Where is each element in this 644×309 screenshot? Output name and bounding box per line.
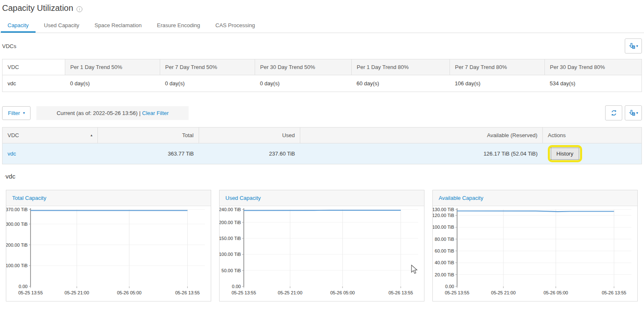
mouse-cursor xyxy=(411,265,418,275)
current-filter-text: Current (as of: 2022-05-26 13:56) xyxy=(56,110,138,116)
used-capacity-card: Used Capacity 0.0050.00 TiB100.00 TiB150… xyxy=(219,190,424,301)
filter-button-label: Filter xyxy=(8,110,20,116)
cell-trend-1d-80: 60 day(s) xyxy=(352,75,450,92)
export-menu-button[interactable]: ▾ xyxy=(625,38,642,54)
clear-filter-link[interactable]: Clear Filter xyxy=(142,110,169,116)
detail-vdc-name: vdc xyxy=(5,173,15,180)
total-capacity-chart: 0.00100.00 TiB200.00 TiB300.00 TiB370.00… xyxy=(6,206,211,301)
caret-down-icon: ▾ xyxy=(23,111,25,115)
svg-text:100.00 TiB: 100.00 TiB xyxy=(220,252,241,257)
cell-trend-30d-80: 534 day(s) xyxy=(545,75,642,92)
svg-text:120.00 TiB: 120.00 TiB xyxy=(433,213,454,218)
tab-space-reclamation[interactable]: Space Reclamation xyxy=(88,20,148,33)
tab-cas-processing[interactable]: CAS Processing xyxy=(209,20,262,33)
col-available[interactable]: Available (Reserved) xyxy=(300,128,543,143)
svg-text:80.00 TiB: 80.00 TiB xyxy=(435,237,454,242)
cell-trend-30d-50: 0 day(s) xyxy=(255,75,352,92)
refresh-icon xyxy=(610,109,618,117)
cell-available: 126.17 TiB (52.04 TiB) xyxy=(300,143,543,164)
history-button[interactable]: History xyxy=(551,148,579,160)
col-per-1-day-80: Per 1 Day Trend 80% xyxy=(352,59,450,75)
svg-text:150.00 TiB: 150.00 TiB xyxy=(220,236,241,241)
svg-text:05-26 13:55: 05-26 13:55 xyxy=(388,290,413,295)
col-per-7-day-80: Per 7 Day Trend 80% xyxy=(450,59,545,75)
cell-total: 363.77 TiB xyxy=(98,143,199,164)
page-title: Capacity Utilization xyxy=(2,3,73,13)
svg-text:130.00 TiB: 130.00 TiB xyxy=(433,207,454,212)
svg-text:200.00 TiB: 200.00 TiB xyxy=(6,243,28,248)
svg-text:370.00 TiB: 370.00 TiB xyxy=(6,207,28,212)
caret-down-icon: ▾ xyxy=(636,111,638,115)
svg-text:0.00: 0.00 xyxy=(445,284,454,289)
tab-used-capacity[interactable]: Used Capacity xyxy=(37,20,86,33)
col-actions: Actions xyxy=(543,128,642,143)
svg-text:05-25 21:00: 05-25 21:00 xyxy=(64,290,89,295)
table-row: vdc 363.77 TiB 237.60 TiB 126.17 TiB (52… xyxy=(3,143,642,164)
cell-vdc-link: vdc xyxy=(3,143,98,164)
refresh-button[interactable] xyxy=(605,105,622,120)
export-menu-button[interactable]: ▾ xyxy=(625,105,642,120)
total-capacity-card: Total Capacity 0.00100.00 TiB200.00 TiB3… xyxy=(6,190,211,301)
svg-text:05-25 13:55: 05-25 13:55 xyxy=(18,290,43,295)
col-per-7-day-50: Per 7 Day Trend 50% xyxy=(160,59,255,75)
table-row: vdc 0 day(s) 0 day(s) 0 day(s) 60 day(s)… xyxy=(3,75,642,92)
svg-text:05-26 05:00: 05-26 05:00 xyxy=(330,290,355,295)
vdcs-section-header: VDCs ▾ xyxy=(2,38,642,54)
svg-text:300.00 TiB: 300.00 TiB xyxy=(6,222,28,227)
col-vdc-sortable[interactable]: VDC ▴ xyxy=(3,128,98,143)
page-header: Capacity Utilization i xyxy=(0,0,644,13)
svg-text:05-25 21:00: 05-25 21:00 xyxy=(278,290,302,295)
cell-vdc-name: vdc xyxy=(3,75,65,92)
sort-ascending-icon: ▴ xyxy=(90,133,92,137)
vdcs-table: VDC Per 1 Day Trend 50% Per 7 Day Trend … xyxy=(2,59,642,92)
cell-used: 237.60 TiB xyxy=(199,143,300,164)
capacity-table: VDC ▴ Total Used Available (Reserved) Ac… xyxy=(2,127,642,164)
cell-trend-7d-50: 0 day(s) xyxy=(160,75,255,92)
chart-title: Total Capacity xyxy=(6,190,211,206)
charts-row: Total Capacity 0.00100.00 TiB200.00 TiB3… xyxy=(6,190,638,301)
available-capacity-card: Available Capacity 0.0020.00 TiB40.00 Ti… xyxy=(432,190,638,301)
filter-separator: | xyxy=(139,110,141,116)
available-capacity-chart: 0.0020.00 TiB40.00 TiB60.00 TiB80.00 TiB… xyxy=(433,206,637,301)
svg-text:0.00: 0.00 xyxy=(19,284,28,289)
svg-text:05-25 21:00: 05-25 21:00 xyxy=(491,290,516,295)
export-list-icon xyxy=(629,110,636,117)
svg-text:50.00 TiB: 50.00 TiB xyxy=(222,268,241,273)
svg-text:05-26 13:55: 05-26 13:55 xyxy=(175,290,200,295)
svg-text:20.00 TiB: 20.00 TiB xyxy=(435,272,454,277)
col-per-1-day-50: Per 1 Day Trend 50% xyxy=(65,59,160,75)
col-vdc: VDC xyxy=(3,59,65,75)
capacity-table-header-row: VDC ▴ Total Used Available (Reserved) Ac… xyxy=(3,128,642,143)
svg-text:60.00 TiB: 60.00 TiB xyxy=(435,248,454,253)
svg-text:05-25 13:55: 05-25 13:55 xyxy=(232,290,256,295)
col-used[interactable]: Used xyxy=(199,128,300,143)
current-filter-chip: Current (as of: 2022-05-26 13:56) | Clea… xyxy=(36,106,189,120)
svg-text:05-26 13:55: 05-26 13:55 xyxy=(602,290,626,295)
col-total[interactable]: Total xyxy=(98,128,199,143)
filter-bar: Filter ▾ Current (as of: 2022-05-26 13:5… xyxy=(2,105,642,120)
svg-text:100.00 TiB: 100.00 TiB xyxy=(433,225,454,230)
tab-capacity[interactable]: Capacity xyxy=(1,20,36,33)
info-icon[interactable]: i xyxy=(77,6,82,12)
svg-text:0.00: 0.00 xyxy=(232,284,241,289)
vdcs-label: VDCs xyxy=(2,43,16,49)
caret-down-icon: ▾ xyxy=(636,44,638,48)
svg-text:40.00 TiB: 40.00 TiB xyxy=(435,260,454,265)
cell-trend-7d-80: 106 day(s) xyxy=(450,75,545,92)
svg-text:05-25 13:55: 05-25 13:55 xyxy=(445,290,470,295)
vdc-link[interactable]: vdc xyxy=(8,151,16,157)
chart-title: Available Capacity xyxy=(433,190,637,206)
detail-heading: ·vdc xyxy=(4,173,642,180)
svg-text:240.00 TiB: 240.00 TiB xyxy=(220,207,241,212)
cell-actions: History xyxy=(543,143,642,164)
col-per-30-day-80: Per 30 Day Trend 80% xyxy=(545,59,642,75)
col-per-30-day-50: Per 30 Day Trend 50% xyxy=(255,59,352,75)
cell-trend-1d-50: 0 day(s) xyxy=(65,75,160,92)
used-capacity-chart: 0.0050.00 TiB100.00 TiB150.00 TiB200.00 … xyxy=(220,206,424,301)
table-actions: ▾ xyxy=(605,105,642,120)
export-list-icon xyxy=(629,43,636,50)
svg-text:100.00 TiB: 100.00 TiB xyxy=(6,263,28,268)
tab-erasure-encoding[interactable]: Erasure Encoding xyxy=(150,20,207,33)
chart-title: Used Capacity xyxy=(220,190,424,206)
filter-button[interactable]: Filter ▾ xyxy=(2,106,31,120)
